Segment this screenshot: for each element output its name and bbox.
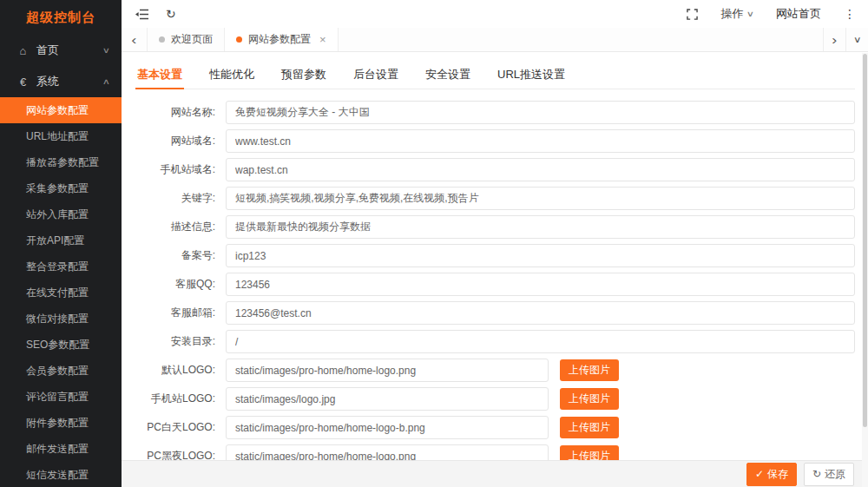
- chevron-left-icon: ‹: [131, 33, 136, 47]
- sidebar-group-system[interactable]: € 系统 ∧: [0, 66, 122, 97]
- field-input[interactable]: [226, 301, 855, 325]
- chevron-down-icon: ∨: [853, 35, 862, 44]
- form-tab[interactable]: 后台设置: [352, 64, 400, 89]
- save-button[interactable]: ✓ 保存: [746, 463, 797, 486]
- close-icon[interactable]: ×: [319, 33, 326, 46]
- field-label: 描述信息:: [135, 220, 226, 234]
- sidebar-item[interactable]: 采集参数配置: [0, 175, 122, 201]
- upload-image-button[interactable]: 上传图片: [560, 388, 619, 410]
- sidebar-item[interactable]: 微信对接配置: [0, 306, 122, 332]
- sidebar-item[interactable]: 播放器参数配置: [0, 149, 122, 175]
- restore-button-label: 还原: [825, 467, 845, 482]
- sidebar-item[interactable]: 短信发送配置: [0, 462, 122, 487]
- field-input[interactable]: [226, 273, 855, 296]
- sidebar-item[interactable]: 开放API配置: [0, 227, 122, 253]
- tab-scroll-right-button[interactable]: ›: [823, 28, 845, 51]
- tab-site-params[interactable]: 网站参数配置 ×: [225, 28, 339, 51]
- field-input[interactable]: [226, 387, 549, 411]
- field-input[interactable]: [226, 101, 855, 124]
- chevron-down-icon: ∨: [102, 46, 110, 55]
- settings-form: 网站名称: 网站域名: 手机站域名: 关键字: 描述信息:: [135, 101, 855, 468]
- form-row: 备案号:: [135, 244, 855, 267]
- fold-menu-icon: [135, 9, 148, 20]
- restore-icon: ↻: [812, 468, 821, 480]
- sidebar-item[interactable]: 整合登录配置: [0, 253, 122, 280]
- sidebar-item[interactable]: 站外入库配置: [0, 201, 122, 227]
- field-input[interactable]: [226, 187, 855, 210]
- more-menu-button[interactable]: ⋮: [844, 7, 856, 21]
- form-tab[interactable]: 安全设置: [424, 64, 472, 89]
- collapse-sidebar-button[interactable]: [135, 9, 148, 20]
- field-label: 手机站LOGO:: [135, 392, 226, 406]
- app-window: 超级控制台 ⌂ 首页 ∨ € 系统 ∧ 网站参数配置 URL地址配置 播放器参数…: [0, 0, 868, 487]
- sidebar-submenu: 网站参数配置 URL地址配置 播放器参数配置 采集参数配置 站外入库配置 开放A…: [0, 97, 122, 487]
- sidebar-item[interactable]: 会员参数配置: [0, 358, 122, 384]
- form-row: 手机站域名:: [135, 158, 855, 181]
- scrollbar[interactable]: [862, 53, 868, 487]
- sidebar-item[interactable]: 邮件发送配置: [0, 436, 122, 462]
- field-label: PC白天LOGO:: [135, 420, 226, 435]
- field-label: 安装目录:: [135, 334, 226, 349]
- form-row: 手机站LOGO: 上传图片: [135, 387, 855, 411]
- main-area: ↻ 操作 ∨ 网站首页 ⋮ ‹: [122, 0, 868, 487]
- chevron-down-icon: ∨: [746, 10, 754, 18]
- tab-label: 欢迎页面: [171, 32, 213, 47]
- sidebar: 超级控制台 ⌂ 首页 ∨ € 系统 ∧ 网站参数配置 URL地址配置 播放器参数…: [0, 0, 122, 487]
- form-tab[interactable]: 基本设置: [135, 64, 184, 89]
- sidebar-item[interactable]: 评论留言配置: [0, 384, 122, 410]
- sidebar-item[interactable]: SEO参数配置: [0, 332, 122, 358]
- field-label: 网站名称:: [135, 105, 226, 120]
- kebab-menu-icon: ⋮: [844, 7, 856, 21]
- field-input[interactable]: [226, 244, 855, 267]
- tab-list-dropdown-button[interactable]: ∨: [845, 28, 868, 51]
- tab-strip-spacer: [339, 28, 823, 51]
- form-row: 网站名称:: [135, 101, 855, 124]
- action-dropdown[interactable]: 操作 ∨: [720, 6, 753, 22]
- sidebar-group-home[interactable]: ⌂ 首页 ∨: [0, 35, 122, 66]
- scrollbar-thumb[interactable]: [863, 54, 867, 427]
- tab-label: 网站参数配置: [248, 32, 311, 47]
- site-home-link[interactable]: 网站首页: [776, 6, 821, 22]
- field-input[interactable]: [226, 129, 855, 153]
- sidebar-group-label: 系统: [36, 74, 103, 89]
- settings-panel: 基本设置 性能优化 预留参数 后台设置 安全设置 URL推送设置 网站名称: 网…: [122, 52, 868, 487]
- form-tab[interactable]: 预留参数: [279, 64, 328, 89]
- form-row: 描述信息:: [135, 215, 855, 239]
- tab-status-dot: [236, 36, 242, 43]
- tab-welcome-page[interactable]: 欢迎页面: [148, 28, 225, 51]
- field-input[interactable]: [226, 416, 549, 439]
- restore-button[interactable]: ↻ 还原: [804, 463, 854, 486]
- sidebar-item[interactable]: 网站参数配置: [0, 97, 122, 123]
- field-input[interactable]: [226, 215, 855, 239]
- field-input[interactable]: [226, 158, 855, 181]
- form-tab[interactable]: 性能优化: [207, 64, 256, 89]
- upload-image-button[interactable]: 上传图片: [560, 417, 619, 438]
- upload-image-button[interactable]: 上传图片: [560, 359, 619, 381]
- chevron-up-icon: ∧: [102, 77, 110, 86]
- field-label: 客服QQ:: [135, 277, 226, 292]
- field-input[interactable]: [226, 359, 549, 382]
- fullscreen-icon: [687, 9, 698, 20]
- save-button-label: 保存: [767, 467, 788, 482]
- form-row: 安装目录:: [135, 330, 855, 353]
- form-row: 网站域名:: [135, 129, 855, 153]
- fullscreen-button[interactable]: [687, 9, 698, 20]
- form-row: 客服QQ:: [135, 273, 855, 296]
- topbar: ↻ 操作 ∨ 网站首页 ⋮: [122, 0, 868, 28]
- sidebar-item[interactable]: 附件参数配置: [0, 410, 122, 436]
- form-tab[interactable]: URL推送设置: [496, 64, 567, 89]
- tab-scroll-left-button[interactable]: ‹: [122, 28, 148, 51]
- topbar-right: 操作 ∨ 网站首页 ⋮: [687, 6, 856, 22]
- field-input[interactable]: [226, 330, 855, 353]
- field-label: 手机站域名:: [135, 162, 226, 177]
- field-label: 客服邮箱:: [135, 306, 226, 320]
- field-label: 默认LOGO:: [135, 363, 226, 378]
- form-tab-bar: 基本设置 性能优化 预留参数 后台设置 安全设置 URL推送设置: [135, 64, 855, 89]
- refresh-button[interactable]: ↻: [166, 7, 176, 21]
- app-logo: 超级控制台: [0, 0, 122, 35]
- sidebar-group-label: 首页: [36, 43, 103, 58]
- field-label: 备案号:: [135, 248, 226, 263]
- sidebar-item[interactable]: 在线支付配置: [0, 280, 122, 306]
- sidebar-item[interactable]: URL地址配置: [0, 123, 122, 149]
- refresh-icon: ↻: [166, 7, 176, 21]
